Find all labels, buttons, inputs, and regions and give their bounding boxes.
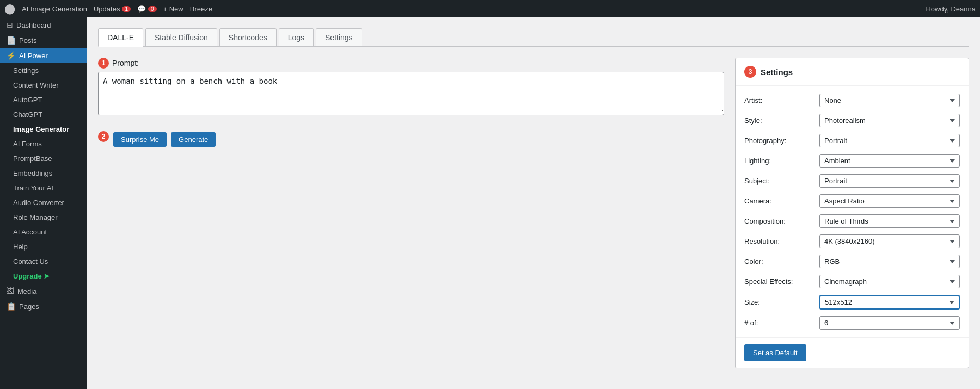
- settings-row-size: Size: 512x512 256x256 1024x1024: [736, 292, 969, 313]
- content-area: 1 Prompt: 2 Surprise Me Generate 3: [98, 58, 969, 368]
- select-artist[interactable]: None Leonardo da Vinci Picasso Van Gogh: [819, 94, 960, 107]
- site-name[interactable]: AI Image Generation: [22, 5, 87, 13]
- prompt-textarea[interactable]: [98, 72, 724, 115]
- generate-button[interactable]: Generate: [171, 132, 216, 147]
- label-lighting: Lighting:: [744, 157, 815, 165]
- sidebar-label-ai-account: AI Account: [13, 228, 47, 236]
- select-camera[interactable]: Aspect Ratio Wide Angle Telephoto: [819, 194, 960, 208]
- sidebar-item-contact-us[interactable]: Contact Us: [0, 254, 87, 269]
- settings-row-photography: Photography: Portrait Landscape Macro: [736, 131, 969, 151]
- prompt-section: 1 Prompt:: [98, 58, 724, 117]
- settings-row-resolution: Resolution: 4K (3840x2160) 1080p 720p: [736, 231, 969, 251]
- update-count: 1: [122, 6, 131, 12]
- sidebar-label-content-writer: Content Writer: [13, 81, 59, 89]
- step-1-badge: 1: [98, 58, 109, 69]
- label-size: Size:: [744, 298, 815, 306]
- tab-logs[interactable]: Logs: [279, 28, 314, 46]
- tab-settings[interactable]: Settings: [316, 28, 362, 46]
- sidebar-item-media[interactable]: 🖼 Media: [0, 283, 87, 299]
- label-camera: Camera:: [744, 197, 815, 205]
- sidebar-label-train-your-ai: Train Your AI: [13, 184, 53, 192]
- label-num-of: # of:: [744, 319, 815, 327]
- sidebar-item-ai-power[interactable]: ⚡ AI Power: [0, 48, 87, 63]
- left-panel: 1 Prompt: 2 Surprise Me Generate: [98, 58, 724, 147]
- step2-row: 2 Surprise Me Generate: [98, 126, 724, 147]
- label-artist: Artist:: [744, 96, 815, 104]
- sidebar-item-ai-account[interactable]: AI Account: [0, 225, 87, 239]
- select-composition[interactable]: Rule of Thirds Golden Ratio Symmetry: [819, 214, 960, 228]
- wp-logo-icon: ⬤: [4, 3, 15, 15]
- sidebar-item-help[interactable]: Help: [0, 239, 87, 254]
- posts-icon: 📄: [7, 36, 16, 45]
- label-resolution: Resolution:: [744, 237, 815, 245]
- sidebar-label-image-generator: Image Generator: [13, 125, 69, 133]
- sidebar-item-posts[interactable]: 📄 Posts: [0, 33, 87, 48]
- step-2-badge: 2: [98, 131, 109, 142]
- select-color[interactable]: RGB Black & White Sepia: [819, 255, 960, 268]
- sidebar-item-train-your-ai[interactable]: Train Your AI: [0, 181, 87, 195]
- select-resolution[interactable]: 4K (3840x2160) 1080p 720p: [819, 234, 960, 248]
- select-subject[interactable]: Portrait Landscape Still Life: [819, 174, 960, 188]
- sidebar-item-content-writer[interactable]: Content Writer: [0, 78, 87, 92]
- admin-bar: ⬤ AI Image Generation Updates 1 💬 0 + Ne…: [0, 0, 980, 17]
- sidebar-label-chatgpt: ChatGPT: [13, 110, 42, 119]
- prompt-label-text: Prompt:: [112, 59, 139, 67]
- select-lighting[interactable]: Ambient Natural Studio: [819, 154, 960, 168]
- sidebar-label-help: Help: [13, 243, 28, 251]
- settings-row-num-of: # of: 12345 678910: [736, 313, 969, 333]
- sidebar-item-embeddings[interactable]: Embeddings: [0, 166, 87, 181]
- set-as-default-button[interactable]: Set as Default: [744, 344, 806, 361]
- label-subject: Subject:: [744, 177, 815, 185]
- sidebar-label-embeddings: Embeddings: [13, 169, 52, 177]
- settings-row-special-effects: Special Effects: Cinemagraph Double Expo…: [736, 271, 969, 292]
- settings-header: 3 Settings: [736, 58, 969, 86]
- sidebar-label-ai-power: AI Power: [19, 52, 48, 60]
- settings-body: Artist: None Leonardo da Vinci Picasso V…: [736, 86, 969, 337]
- settings-panel: 3 Settings Artist: None Leonardo da Vinc…: [735, 58, 969, 368]
- surprise-me-button[interactable]: Surprise Me: [113, 132, 167, 147]
- label-composition: Composition:: [744, 217, 815, 225]
- ai-power-icon: ⚡: [7, 51, 16, 60]
- sidebar-label-upgrade: Upgrade ➤: [13, 272, 50, 280]
- main-content: DALL-E Stable Diffusion Shortcodes Logs …: [87, 17, 980, 389]
- sidebar-item-image-generator[interactable]: Image Generator: [0, 122, 87, 137]
- comments-label: 💬: [137, 5, 146, 13]
- select-photography[interactable]: Portrait Landscape Macro: [819, 134, 960, 147]
- settings-row-style: Style: Photorealism Abstract Impressioni…: [736, 110, 969, 131]
- media-icon: 🖼: [7, 287, 14, 295]
- select-size[interactable]: 512x512 256x256 1024x1024: [819, 295, 960, 310]
- select-style[interactable]: Photorealism Abstract Impressionism: [819, 114, 960, 127]
- select-special-effects[interactable]: Cinemagraph Double Exposure Bokeh: [819, 275, 960, 288]
- sidebar-item-audio-converter[interactable]: Audio Converter: [0, 195, 87, 210]
- prompt-label-row: 1 Prompt:: [98, 58, 724, 69]
- comments-item[interactable]: 💬 0: [137, 5, 157, 13]
- sidebar-label-dashboard: Dashboard: [16, 21, 51, 29]
- breeze-item[interactable]: Breeze: [190, 5, 212, 13]
- sidebar-label-contact-us: Contact Us: [13, 257, 48, 265]
- sidebar-item-dashboard[interactable]: ⊟ Dashboard: [0, 17, 87, 33]
- sidebar-item-role-manager[interactable]: Role Manager: [0, 210, 87, 225]
- settings-title: Settings: [761, 67, 793, 77]
- dashboard-icon: ⊟: [7, 21, 13, 29]
- sidebar-item-promptbase[interactable]: PromptBase: [0, 151, 87, 166]
- sidebar-item-chatgpt[interactable]: ChatGPT: [0, 107, 87, 122]
- tab-shortcodes[interactable]: Shortcodes: [219, 28, 277, 46]
- sidebar-item-upgrade[interactable]: Upgrade ➤: [0, 269, 87, 283]
- sidebar-label-media: Media: [17, 287, 36, 295]
- step-3-badge: 3: [744, 66, 756, 78]
- sidebar-item-settings[interactable]: Settings: [0, 63, 87, 78]
- sidebar-label-posts: Posts: [19, 36, 37, 45]
- sidebar-label-autogpt: AutoGPT: [13, 96, 42, 104]
- sidebar-item-pages[interactable]: 📋 Pages: [0, 299, 87, 314]
- button-row: Surprise Me Generate: [113, 132, 216, 147]
- sidebar-item-autogpt[interactable]: AutoGPT: [0, 92, 87, 107]
- settings-row-subject: Subject: Portrait Landscape Still Life: [736, 171, 969, 191]
- sidebar-label-promptbase: PromptBase: [13, 155, 52, 163]
- settings-row-lighting: Lighting: Ambient Natural Studio: [736, 151, 969, 171]
- sidebar-item-ai-forms[interactable]: AI Forms: [0, 137, 87, 151]
- new-item[interactable]: + New: [163, 5, 183, 13]
- tab-dall-e[interactable]: DALL-E: [98, 28, 143, 47]
- tab-stable-diffusion[interactable]: Stable Diffusion: [145, 28, 217, 46]
- select-num-of[interactable]: 12345 678910: [819, 316, 960, 330]
- updates-item[interactable]: Updates 1: [94, 5, 131, 13]
